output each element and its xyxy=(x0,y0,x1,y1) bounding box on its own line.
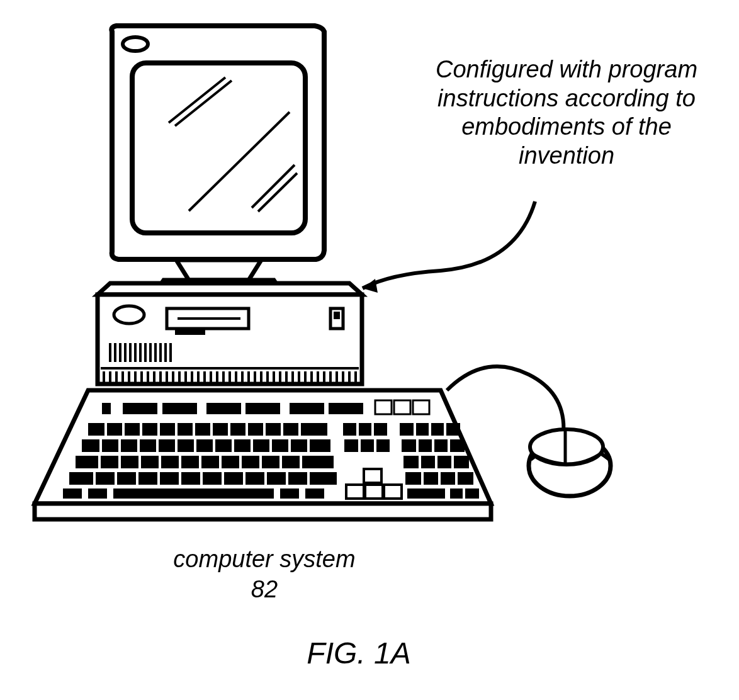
svg-rect-77 xyxy=(394,400,410,414)
svg-rect-83 xyxy=(63,488,82,499)
svg-rect-76 xyxy=(375,400,392,414)
patent-figure-diagram: Configured with program instructions acc… xyxy=(0,0,739,700)
svg-rect-73 xyxy=(245,403,280,414)
svg-rect-142 xyxy=(365,485,383,499)
label-refnum: 82 xyxy=(251,576,278,602)
desktop-case-icon xyxy=(98,283,362,384)
svg-point-1 xyxy=(123,37,148,51)
svg-rect-143 xyxy=(384,485,402,499)
svg-rect-135 xyxy=(344,439,390,452)
svg-rect-82 xyxy=(69,472,337,485)
svg-rect-81 xyxy=(76,456,334,468)
svg-rect-70 xyxy=(123,403,157,414)
keyboard-icon xyxy=(35,390,491,519)
svg-rect-78 xyxy=(413,400,429,414)
svg-rect-140 xyxy=(364,469,381,483)
svg-rect-71 xyxy=(162,403,197,414)
svg-point-8 xyxy=(114,306,144,324)
svg-rect-148 xyxy=(407,488,445,499)
svg-rect-0 xyxy=(132,63,305,233)
monitor-icon xyxy=(111,26,324,259)
svg-rect-13 xyxy=(334,312,340,319)
svg-rect-75 xyxy=(329,403,363,414)
callout-annotation: Configured with program instructions acc… xyxy=(428,55,705,170)
svg-rect-85 xyxy=(113,488,274,499)
svg-rect-72 xyxy=(206,403,241,414)
callout-arrow-icon xyxy=(363,201,535,293)
svg-rect-134 xyxy=(343,423,387,436)
label-name: computer system xyxy=(173,546,355,572)
svg-rect-10 xyxy=(175,329,205,335)
svg-rect-141 xyxy=(346,485,364,499)
svg-rect-84 xyxy=(88,488,107,499)
figure-caption: FIG. 1A xyxy=(264,636,453,670)
computer-system-label: computer system 82 xyxy=(138,545,390,604)
svg-rect-87 xyxy=(305,488,324,499)
svg-rect-86 xyxy=(280,488,299,499)
svg-rect-69 xyxy=(102,403,111,414)
svg-rect-74 xyxy=(290,403,324,414)
